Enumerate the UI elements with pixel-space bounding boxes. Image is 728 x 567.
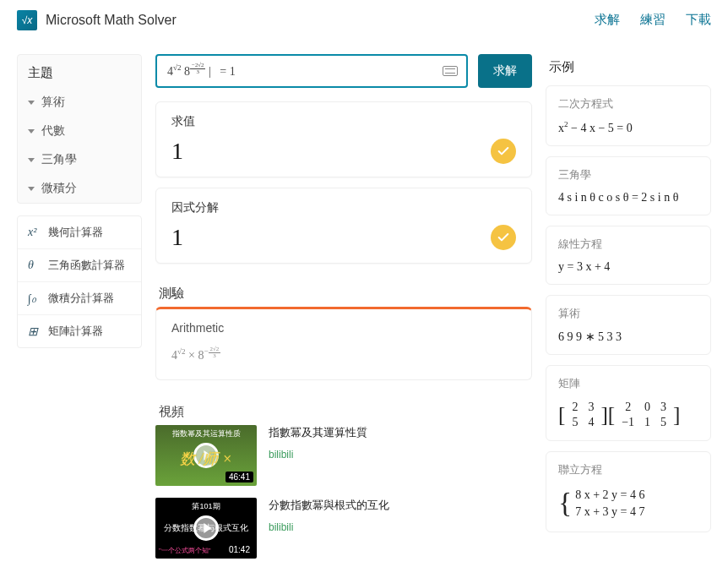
calculators-card: x² 幾何計算器 θ 三角函數計算器 ∫₀ 微積分計算器 ⊞ 矩陣計算器	[17, 215, 142, 348]
example-expression: x2 − 4 x − 5 = 0	[558, 120, 698, 135]
calculator-trigonometry[interactable]: θ 三角函數計算器	[18, 249, 141, 282]
video-thumbnail: 第101期 分数指数幂与根式互化 "一个公式两个知" 01:42	[155, 498, 257, 559]
calculator-calculus[interactable]: ∫₀ 微積分計算器	[18, 282, 141, 315]
calculator-label: 三角函數計算器	[48, 258, 125, 273]
quiz-expression: 4√2 × 8−2√23	[171, 346, 516, 363]
integral-icon: ∫₀	[28, 292, 41, 306]
thumb-text: 指数幂及其运算性质	[155, 428, 257, 439]
calculator-label: 矩陣計算器	[48, 324, 103, 339]
example-arithmetic[interactable]: 算術 6 9 9 ∗ 5 3 3	[546, 295, 711, 355]
video-source: bilibili	[269, 521, 389, 533]
video-source: bilibili	[269, 449, 367, 461]
logo[interactable]: √x Microsoft Math Solver	[17, 10, 177, 30]
top-nav: 求解 練習 下載	[595, 12, 711, 28]
example-expression: [2354][203−115]	[558, 400, 698, 430]
video-item[interactable]: 第101期 分数指数幂与根式互化 "一个公式两个知" 01:42 分數指數冪與根…	[155, 498, 532, 559]
example-category: 算術	[558, 306, 698, 321]
matrix-icon: ⊞	[28, 324, 41, 339]
main-layout: 主題 算術 代數 三角學 微積分 x² 幾何計算器 θ 三角函數計算器 ∫₀ 微…	[0, 41, 728, 567]
example-expression: y = 3 x + 4	[558, 260, 698, 274]
video-title: 分數指數冪與根式的互化	[269, 498, 389, 513]
center-column: 4√2 8−2√23 | = 1 求解 求值 1 因式分解 1	[155, 54, 532, 567]
examples-title: 示例	[546, 54, 711, 85]
example-expression: 6 9 9 ∗ 5 3 3	[558, 330, 698, 344]
quiz-heading: 測驗	[155, 274, 532, 307]
keyboard-icon[interactable]	[443, 66, 458, 76]
topbar: √x Microsoft Math Solver 求解 練習 下載	[0, 0, 728, 41]
example-category: 線性方程	[558, 237, 698, 252]
result-value: 1	[171, 224, 183, 251]
x-squared-icon: x²	[28, 226, 41, 239]
result-value: 1	[171, 138, 183, 165]
nav-download[interactable]: 下載	[686, 12, 711, 28]
video-title: 指數冪及其運算性質	[269, 425, 367, 440]
example-category: 矩陣	[558, 376, 698, 391]
left-column: 主題 算術 代數 三角學 微積分 x² 幾何計算器 θ 三角函數計算器 ∫₀ 微…	[17, 54, 142, 567]
calculator-geometry[interactable]: x² 幾何計算器	[18, 216, 141, 249]
videos-heading: 視頻	[155, 392, 532, 425]
example-category: 三角學	[558, 167, 698, 183]
thumb-text: 第101期	[155, 501, 257, 512]
example-simultaneous[interactable]: 聯立方程 {8 x + 2 y = 4 67 x + 3 y = 4 7	[546, 451, 711, 532]
example-expression: 4 s i n θ c o s θ = 2 s i n θ	[558, 191, 698, 204]
check-icon	[491, 139, 516, 164]
thumb-text: "一个公式两个知"	[159, 546, 211, 555]
theta-icon: θ	[28, 259, 41, 272]
calculator-matrix[interactable]: ⊞ 矩陣計算器	[18, 315, 141, 347]
example-trigonometry[interactable]: 三角學 4 s i n θ c o s θ = 2 s i n θ	[546, 156, 711, 215]
quiz-card[interactable]: Arithmetic 4√2 × 8−2√23	[155, 307, 532, 380]
nav-practice[interactable]: 練習	[640, 12, 666, 28]
example-quadratic[interactable]: 二次方程式 x2 − 4 x − 5 = 0	[546, 85, 711, 146]
example-category: 聯立方程	[558, 462, 698, 477]
video-duration: 46:41	[225, 472, 253, 482]
example-expression: {8 x + 2 y = 4 67 x + 3 y = 4 7	[558, 486, 698, 521]
example-linear[interactable]: 線性方程 y = 3 x + 4	[546, 226, 711, 285]
check-icon	[491, 225, 516, 250]
result-title: 求值	[171, 114, 516, 129]
sidebar-item-algebra[interactable]: 代數	[18, 117, 141, 145]
sidebar-item-trigonometry[interactable]: 三角學	[18, 145, 141, 174]
right-column: 示例 二次方程式 x2 − 4 x − 5 = 0 三角學 4 s i n θ …	[546, 54, 711, 567]
calculator-label: 微積分計算器	[48, 291, 114, 306]
sidebar-item-calculus[interactable]: 微積分	[18, 174, 141, 203]
search-row: 4√2 8−2√23 | = 1 求解	[155, 54, 532, 88]
example-category: 二次方程式	[558, 96, 698, 112]
solve-button[interactable]: 求解	[478, 54, 532, 88]
topics-card: 主題 算術 代數 三角學 微積分	[17, 54, 142, 204]
play-icon	[193, 515, 219, 541]
quiz-category: Arithmetic	[171, 321, 516, 335]
sidebar-item-arithmetic[interactable]: 算術	[18, 88, 141, 117]
result-evaluate[interactable]: 求值 1	[155, 101, 532, 177]
result-factor[interactable]: 因式分解 1	[155, 188, 532, 264]
video-thumbnail: 指数幂及其运算性质 数 /师 × 46:41	[155, 425, 257, 486]
expression-input-value: 4√2 8−2√23 | = 1	[167, 63, 236, 79]
expression-input[interactable]: 4√2 8−2√23 | = 1	[155, 54, 468, 88]
thumb-text: 数 /师 ×	[155, 449, 257, 469]
logo-text: Microsoft Math Solver	[46, 13, 177, 28]
calculator-label: 幾何計算器	[48, 225, 103, 240]
video-item[interactable]: 指数幂及其运算性质 数 /师 × 46:41 指數冪及其運算性質 bilibil…	[155, 425, 532, 486]
topics-title: 主題	[18, 55, 141, 88]
video-duration: 01:42	[225, 544, 253, 555]
example-matrix[interactable]: 矩陣 [2354][203−115]	[546, 365, 711, 441]
logo-icon: √x	[17, 10, 37, 30]
nav-solve[interactable]: 求解	[595, 12, 620, 28]
result-title: 因式分解	[171, 200, 516, 215]
